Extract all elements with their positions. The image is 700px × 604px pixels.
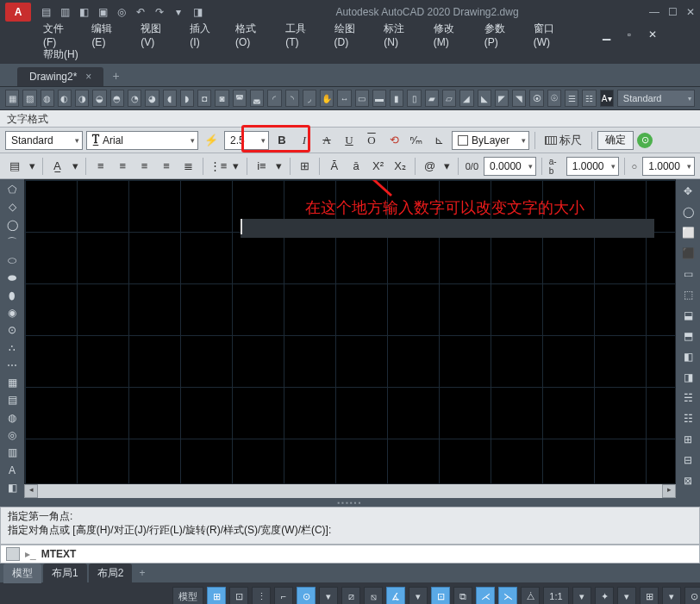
menu-draw[interactable]: 绘图(D) [334,22,367,48]
ruler-toggle[interactable]: 标尺 [541,131,586,150]
tb-open-icon[interactable]: ▧ [22,90,36,107]
mdi-close-icon[interactable]: ✕ [648,28,657,40]
tb-new-icon[interactable]: ▦ [5,90,19,107]
tb-icon-24[interactable]: ▯ [407,90,421,107]
tb-cut-icon[interactable]: ◔ [128,90,141,107]
status-lineweight-icon[interactable]: ⊡ [431,587,450,604]
command-input-row[interactable]: ▸_ MTEXT [0,545,700,564]
tb-annotate-a-icon[interactable]: A▾ [600,90,614,107]
tb-icon-5[interactable]: ◑ [75,90,89,107]
status-workspace-icon[interactable]: ⊞ [640,587,659,604]
menu-modify[interactable]: 修改(M) [434,22,467,48]
tb-save-icon[interactable]: ◍ [41,90,54,107]
tb-icon-30[interactable]: ◥ [512,90,526,107]
rt-extend-icon[interactable]: ⬚ [679,286,697,303]
status-ortho-icon[interactable]: ⌐ [274,587,293,604]
text-style-combo[interactable]: Standard [5,131,83,150]
align-justify-icon[interactable]: ≡ [157,157,175,176]
status-model-button[interactable]: 模型 [172,587,203,604]
align-center-icon[interactable]: ≡ [114,157,132,176]
numbering-icon[interactable]: i≡ [253,157,271,176]
status-monitor-icon[interactable]: ⊙ [684,587,700,604]
overline-button[interactable]: O [362,131,381,150]
close-button[interactable]: ✕ [686,6,695,18]
qat-undo-icon[interactable]: ↶ [133,4,148,20]
lt-table-icon[interactable]: ▥ [3,445,21,459]
lt-spline-icon[interactable]: ⬮ [3,288,21,302]
status-scale-button[interactable]: 1:1 [543,587,569,604]
status-transp-icon[interactable]: ⧉ [453,587,472,604]
rt-array-icon[interactable]: ☵ [679,389,697,407]
linespace-icon[interactable]: ⋮≡ [209,157,228,176]
lt-cloud-icon[interactable]: ⬬ [3,271,21,284]
layout-tab-1[interactable]: 布局1 [43,564,87,583]
document-tab[interactable]: Drawing2* × [17,67,103,86]
columns-dd-icon[interactable]: ▾ [27,157,37,176]
tb-icon-34[interactable]: ☷ [582,90,596,107]
rt-erase-icon[interactable]: ☷ [679,410,697,427]
qat-save-icon[interactable]: ◧ [76,4,91,20]
tb-match-icon[interactable]: ◗ [180,90,194,107]
uppercase-icon[interactable]: Ā [325,157,343,176]
lt-home-icon[interactable]: ⬠ [3,183,21,196]
mdi-restore-icon[interactable]: ▫ [628,28,631,40]
lt-ellipse-icon[interactable]: ⬭ [3,253,21,267]
tb-icon-23[interactable]: ▮ [390,90,403,107]
strike-button[interactable]: A [317,131,336,150]
lt-rect-icon[interactable]: ▤ [3,393,21,407]
italic-button[interactable]: I [295,131,314,150]
lt-last-icon[interactable]: ◧ [3,481,21,495]
document-tab-add[interactable]: + [112,69,119,83]
mtext-editor-box[interactable] [241,219,654,238]
superscript-icon[interactable]: X² [369,157,387,176]
tb-icon-12[interactable]: ◘ [197,90,211,107]
rt-join-icon[interactable]: ⬒ [679,327,697,345]
lt-boundary-icon[interactable]: ◎ [3,428,21,442]
qat-dropdown-icon[interactable]: ▾ [171,4,186,20]
document-tab-close-icon[interactable]: × [85,71,91,83]
annotative-icon[interactable]: ⚡ [202,131,221,150]
tb-zoom-icon[interactable]: ↔ [337,90,351,107]
text-height-input[interactable]: 2.5 [224,131,269,150]
underline-button[interactable]: U [340,131,359,150]
numbering-dd-icon[interactable]: ▾ [274,157,284,176]
menu-insert[interactable]: 插入(I) [190,22,218,48]
align-left-icon[interactable]: ≡ [91,157,109,176]
rt-scale-icon[interactable]: ⬜ [679,224,697,241]
subscript-icon[interactable]: X₂ [391,157,409,176]
status-polar-dd[interactable]: ▾ [319,587,338,604]
status-anno1-icon[interactable]: ⋌ [476,587,495,604]
rt-trim-icon[interactable]: ▭ [679,265,697,283]
maximize-button[interactable]: ☐ [668,6,678,18]
symbol-dd-icon[interactable]: ▾ [442,157,453,176]
tb-icon-14[interactable]: ◚ [233,90,247,107]
rt-stretch-icon[interactable]: ⬛ [679,245,697,262]
menu-param[interactable]: 参数(P) [484,22,516,48]
status-gear-icon[interactable]: ✦ [595,587,614,604]
qat-extra-icon[interactable]: ◨ [190,4,205,20]
tb-icon-21[interactable]: ▭ [355,90,369,107]
horizontal-scrollbar[interactable]: ◂ ▸ [24,484,676,498]
command-gripper[interactable]: ▪▪▪▪▪▪ [0,498,700,507]
tb-icon-17[interactable]: ◝ [285,90,299,107]
tb-icon-15[interactable]: ◛ [250,90,264,107]
rt-chamfer-icon[interactable]: ◧ [679,348,697,365]
status-dots-icon[interactable]: ⋮ [252,587,271,604]
tb-icon-27[interactable]: ◢ [459,90,473,107]
status-otrack-dd[interactable]: ▾ [409,587,428,604]
tb-copy-icon[interactable]: ◕ [145,90,159,107]
justify-icon[interactable]: A̲ [48,157,66,176]
lt-dots-icon[interactable]: ∴ [3,340,21,354]
menu-annotate[interactable]: 标注(N) [384,22,416,48]
tb-icon-22[interactable]: ▬ [372,90,386,107]
lt-donut-icon[interactable]: ◉ [3,306,21,320]
tb-icon-7[interactable]: ◓ [110,90,124,107]
layout-tab-add[interactable]: + [139,567,145,579]
lowercase-icon[interactable]: ā [347,157,366,176]
menu-window[interactable]: 窗口(W) [534,22,568,48]
qat-saveas-icon[interactable]: ▣ [95,4,110,20]
rt-offset-icon[interactable]: ⊟ [679,451,697,469]
lt-hatch-icon[interactable]: ▦ [3,376,21,389]
tb-icon-33[interactable]: ☰ [565,90,578,107]
tb-icon-25[interactable]: ▰ [425,90,439,107]
